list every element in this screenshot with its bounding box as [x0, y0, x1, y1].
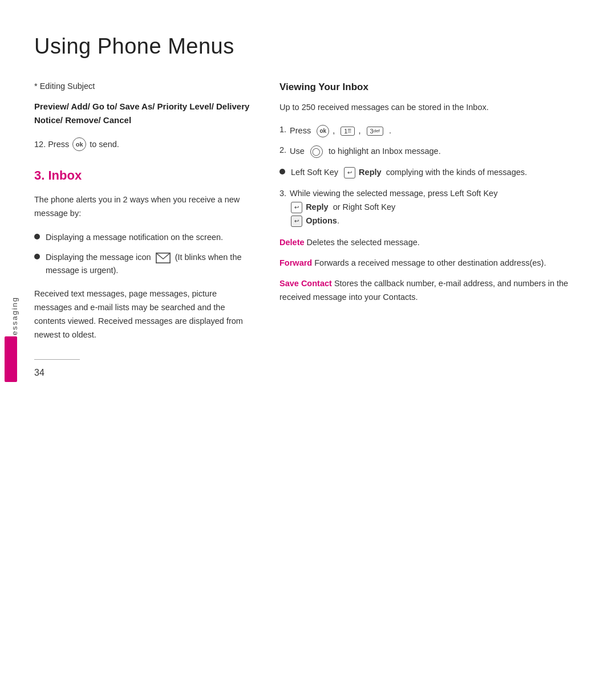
page-container: Messaging Using Phone Menus * Editing Su… [0, 0, 616, 695]
soft-key-text: Left Soft Key ↩ Reply complying with the… [291, 166, 527, 179]
bullet-list: Displaying a message notification on the… [34, 231, 251, 278]
bullet-text-1: Displaying a message notification on the… [46, 231, 223, 244]
inbox-intro: The phone alerts you in 2 ways when you … [34, 193, 251, 221]
list-item: Displaying a message notification on the… [34, 231, 251, 244]
step-2: 2. Use ◯ to highlight an Inbox message. [279, 145, 582, 158]
bullet-dot [34, 234, 40, 239]
step-3: 3. While viewing the selected message, p… [279, 187, 582, 228]
bold-menu-text: Preview/ Add/ Go to/ Save As/ Priority L… [34, 100, 251, 127]
sidebar-bar [5, 336, 17, 382]
nav-circle-icon: ◯ [310, 145, 323, 158]
ok-circle-icon: ok [72, 137, 86, 151]
viewing-intro: Up to 250 received messages can be store… [279, 101, 582, 115]
step-2-num: 2. [279, 145, 286, 155]
step-3-body: While viewing the selected message, pres… [290, 187, 497, 228]
right-column: Viewing Your Inbox Up to 250 received me… [279, 82, 582, 378]
divider-line [34, 359, 80, 360]
step-2-body: Use ◯ to highlight an Inbox message. [290, 145, 441, 158]
step-1: 1. Press ok , 1 ☰ , 3 def . [279, 125, 582, 137]
delete-block: Delete Deletes the selected message. [279, 236, 582, 250]
options-label: Options [306, 216, 337, 225]
step-1-num: 1. [279, 125, 286, 134]
key-1-badge: 1 ☰ [341, 127, 355, 136]
forward-term: Forward [279, 258, 312, 267]
left-column: * Editing Subject Preview/ Add/ Go to/ S… [34, 82, 251, 378]
bullet-dot [279, 169, 285, 174]
page-number: 34 [34, 368, 251, 378]
reply-label-2: Reply [306, 202, 329, 212]
delete-term: Delete [279, 238, 305, 247]
list-item: Displaying the message icon (It blinks w… [34, 251, 251, 277]
envelope-icon [156, 253, 170, 263]
bullet-dot [34, 254, 40, 259]
save-contact-block: Save Contact Stores the callback number,… [279, 277, 582, 304]
key-3-badge: 3 def [367, 127, 383, 136]
section-number: 3. [34, 168, 44, 182]
press-send-prefix: 12. Press [34, 140, 69, 149]
reply-key-icon-2: ↩ [291, 202, 302, 214]
press-send-suffix: to send. [90, 140, 119, 149]
save-contact-term: Save Contact [279, 279, 332, 288]
received-text: Received text messages, page messages, p… [34, 287, 251, 342]
options-key-icon: ↩ [291, 216, 302, 227]
forward-block: Forward Forwards a received message to o… [279, 257, 582, 270]
soft-key-bullet: Left Soft Key ↩ Reply complying with the… [279, 166, 582, 179]
viewing-heading: Viewing Your Inbox [279, 82, 582, 93]
sidebar-label: Messaging [10, 296, 19, 343]
step-1-body: Press ok , 1 ☰ , 3 def . [290, 125, 391, 137]
section-heading: 3. Inbox [34, 168, 251, 183]
editing-subject-text: * Editing Subject [34, 82, 251, 91]
press-send-line: 12. Press ok to send. [34, 137, 251, 151]
step-3-num: 3. [279, 187, 286, 201]
bullet-text-2: Displaying the message icon (It blinks w… [46, 251, 251, 277]
ok-badge: ok [317, 125, 329, 137]
page-title: Using Phone Menus [34, 34, 582, 59]
reply-key-icon: ↩ [344, 167, 355, 178]
reply-label: Reply [359, 168, 382, 177]
content-wrapper: Using Phone Menus * Editing Subject Prev… [34, 34, 582, 378]
two-col-layout: * Editing Subject Preview/ Add/ Go to/ S… [34, 82, 582, 378]
